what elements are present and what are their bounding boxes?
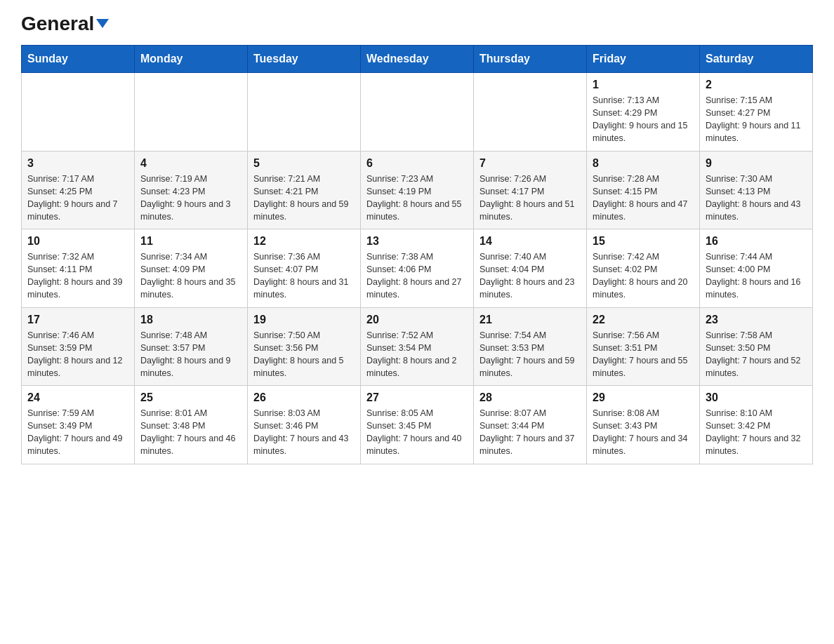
day-number: 27 (366, 391, 468, 404)
weekday-header-saturday: Saturday (700, 46, 813, 73)
calendar-cell: 30Sunrise: 8:10 AM Sunset: 3:42 PM Dayli… (700, 386, 813, 464)
calendar-cell: 7Sunrise: 7:26 AM Sunset: 4:17 PM Daylig… (474, 151, 587, 229)
day-info: Sunrise: 8:07 AM Sunset: 3:44 PM Dayligh… (479, 407, 581, 458)
calendar-cell: 17Sunrise: 7:46 AM Sunset: 3:59 PM Dayli… (22, 307, 135, 386)
day-number: 9 (706, 157, 807, 170)
calendar-cell: 6Sunrise: 7:23 AM Sunset: 4:19 PM Daylig… (361, 151, 474, 229)
day-number: 21 (479, 314, 581, 326)
day-info: Sunrise: 7:59 AM Sunset: 3:49 PM Dayligh… (27, 407, 128, 458)
day-number: 15 (593, 235, 694, 248)
calendar-cell: 8Sunrise: 7:28 AM Sunset: 4:15 PM Daylig… (587, 151, 700, 229)
calendar-cell: 23Sunrise: 7:58 AM Sunset: 3:50 PM Dayli… (700, 307, 813, 386)
calendar-week-row: 24Sunrise: 7:59 AM Sunset: 3:49 PM Dayli… (22, 386, 813, 464)
calendar-cell: 19Sunrise: 7:50 AM Sunset: 3:56 PM Dayli… (248, 307, 361, 386)
day-info: Sunrise: 7:28 AM Sunset: 4:15 PM Dayligh… (593, 173, 694, 224)
calendar-week-row: 17Sunrise: 7:46 AM Sunset: 3:59 PM Dayli… (22, 307, 813, 386)
day-number: 6 (366, 157, 468, 170)
day-info: Sunrise: 7:42 AM Sunset: 4:02 PM Dayligh… (593, 250, 694, 302)
day-number: 11 (140, 235, 241, 248)
calendar-cell (135, 73, 248, 152)
day-number: 3 (27, 157, 128, 170)
calendar-cell: 29Sunrise: 8:08 AM Sunset: 3:43 PM Dayli… (587, 386, 700, 464)
calendar-cell: 15Sunrise: 7:42 AM Sunset: 4:02 PM Dayli… (587, 229, 700, 308)
calendar-cell: 3Sunrise: 7:17 AM Sunset: 4:25 PM Daylig… (22, 151, 135, 229)
day-info: Sunrise: 7:21 AM Sunset: 4:21 PM Dayligh… (253, 173, 355, 224)
day-info: Sunrise: 7:46 AM Sunset: 3:59 PM Dayligh… (27, 329, 128, 380)
day-number: 30 (706, 391, 807, 404)
weekday-header-row: SundayMondayTuesdayWednesdayThursdayFrid… (22, 46, 813, 73)
calendar-table: SundayMondayTuesdayWednesdayThursdayFrid… (21, 45, 813, 464)
calendar-cell (361, 73, 474, 152)
day-info: Sunrise: 7:30 AM Sunset: 4:13 PM Dayligh… (706, 173, 807, 224)
day-number: 14 (479, 235, 581, 248)
day-info: Sunrise: 7:36 AM Sunset: 4:07 PM Dayligh… (253, 250, 355, 302)
calendar-cell: 12Sunrise: 7:36 AM Sunset: 4:07 PM Dayli… (248, 229, 361, 308)
calendar-cell (248, 73, 361, 152)
calendar-cell: 25Sunrise: 8:01 AM Sunset: 3:48 PM Dayli… (135, 386, 248, 464)
logo: General (21, 14, 109, 31)
weekday-header-friday: Friday (587, 46, 700, 73)
day-info: Sunrise: 7:15 AM Sunset: 4:27 PM Dayligh… (706, 94, 807, 145)
calendar-cell (474, 73, 587, 152)
calendar-cell (22, 73, 135, 152)
day-info: Sunrise: 8:08 AM Sunset: 3:43 PM Dayligh… (593, 407, 694, 458)
day-info: Sunrise: 8:10 AM Sunset: 3:42 PM Dayligh… (706, 407, 807, 458)
day-number: 24 (27, 391, 128, 404)
calendar-cell: 1Sunrise: 7:13 AM Sunset: 4:29 PM Daylig… (587, 73, 700, 152)
calendar-cell: 18Sunrise: 7:48 AM Sunset: 3:57 PM Dayli… (135, 307, 248, 386)
weekday-header-tuesday: Tuesday (248, 46, 361, 73)
day-number: 28 (479, 391, 581, 404)
calendar-cell: 26Sunrise: 8:03 AM Sunset: 3:46 PM Dayli… (248, 386, 361, 464)
day-info: Sunrise: 7:26 AM Sunset: 4:17 PM Dayligh… (479, 173, 581, 224)
day-info: Sunrise: 7:44 AM Sunset: 4:00 PM Dayligh… (706, 250, 807, 302)
weekday-header-thursday: Thursday (474, 46, 587, 73)
calendar-cell: 16Sunrise: 7:44 AM Sunset: 4:00 PM Dayli… (700, 229, 813, 308)
calendar-cell: 9Sunrise: 7:30 AM Sunset: 4:13 PM Daylig… (700, 151, 813, 229)
day-number: 16 (706, 235, 807, 248)
calendar-cell: 22Sunrise: 7:56 AM Sunset: 3:51 PM Dayli… (587, 307, 700, 386)
day-info: Sunrise: 7:54 AM Sunset: 3:53 PM Dayligh… (479, 329, 581, 380)
day-number: 7 (479, 157, 581, 170)
day-number: 29 (593, 391, 694, 404)
calendar-cell: 5Sunrise: 7:21 AM Sunset: 4:21 PM Daylig… (248, 151, 361, 229)
day-number: 20 (366, 314, 468, 326)
day-number: 13 (366, 235, 468, 248)
weekday-header-sunday: Sunday (22, 46, 135, 73)
day-info: Sunrise: 7:58 AM Sunset: 3:50 PM Dayligh… (706, 329, 807, 380)
calendar-week-row: 3Sunrise: 7:17 AM Sunset: 4:25 PM Daylig… (22, 151, 813, 229)
calendar-cell: 21Sunrise: 7:54 AM Sunset: 3:53 PM Dayli… (474, 307, 587, 386)
day-info: Sunrise: 7:48 AM Sunset: 3:57 PM Dayligh… (140, 329, 241, 380)
day-info: Sunrise: 7:38 AM Sunset: 4:06 PM Dayligh… (366, 250, 468, 302)
day-info: Sunrise: 8:01 AM Sunset: 3:48 PM Dayligh… (140, 407, 241, 458)
day-number: 23 (706, 314, 807, 326)
day-info: Sunrise: 7:32 AM Sunset: 4:11 PM Dayligh… (27, 250, 128, 302)
day-info: Sunrise: 7:56 AM Sunset: 3:51 PM Dayligh… (593, 329, 694, 380)
day-number: 8 (593, 157, 694, 170)
calendar-week-row: 10Sunrise: 7:32 AM Sunset: 4:11 PM Dayli… (22, 229, 813, 308)
logo-line1: General (21, 14, 109, 34)
day-number: 12 (253, 235, 355, 248)
calendar-cell: 13Sunrise: 7:38 AM Sunset: 4:06 PM Dayli… (361, 229, 474, 308)
day-info: Sunrise: 7:19 AM Sunset: 4:23 PM Dayligh… (140, 173, 241, 224)
day-info: Sunrise: 8:03 AM Sunset: 3:46 PM Dayligh… (253, 407, 355, 458)
day-number: 1 (593, 79, 694, 91)
calendar-week-row: 1Sunrise: 7:13 AM Sunset: 4:29 PM Daylig… (22, 73, 813, 152)
day-info: Sunrise: 7:50 AM Sunset: 3:56 PM Dayligh… (253, 329, 355, 380)
day-number: 26 (253, 391, 355, 404)
day-info: Sunrise: 7:34 AM Sunset: 4:09 PM Dayligh… (140, 250, 241, 302)
day-number: 22 (593, 314, 694, 326)
day-number: 10 (27, 235, 128, 248)
calendar-cell: 4Sunrise: 7:19 AM Sunset: 4:23 PM Daylig… (135, 151, 248, 229)
day-info: Sunrise: 8:05 AM Sunset: 3:45 PM Dayligh… (366, 407, 468, 458)
day-number: 19 (253, 314, 355, 326)
day-number: 18 (140, 314, 241, 326)
weekday-header-wednesday: Wednesday (361, 46, 474, 73)
calendar-cell: 20Sunrise: 7:52 AM Sunset: 3:54 PM Dayli… (361, 307, 474, 386)
calendar-cell: 24Sunrise: 7:59 AM Sunset: 3:49 PM Dayli… (22, 386, 135, 464)
calendar-cell: 28Sunrise: 8:07 AM Sunset: 3:44 PM Dayli… (474, 386, 587, 464)
calendar-cell: 2Sunrise: 7:15 AM Sunset: 4:27 PM Daylig… (700, 73, 813, 152)
day-info: Sunrise: 7:23 AM Sunset: 4:19 PM Dayligh… (366, 173, 468, 224)
day-info: Sunrise: 7:17 AM Sunset: 4:25 PM Dayligh… (27, 173, 128, 224)
calendar-cell: 14Sunrise: 7:40 AM Sunset: 4:04 PM Dayli… (474, 229, 587, 308)
day-info: Sunrise: 7:40 AM Sunset: 4:04 PM Dayligh… (479, 250, 581, 302)
